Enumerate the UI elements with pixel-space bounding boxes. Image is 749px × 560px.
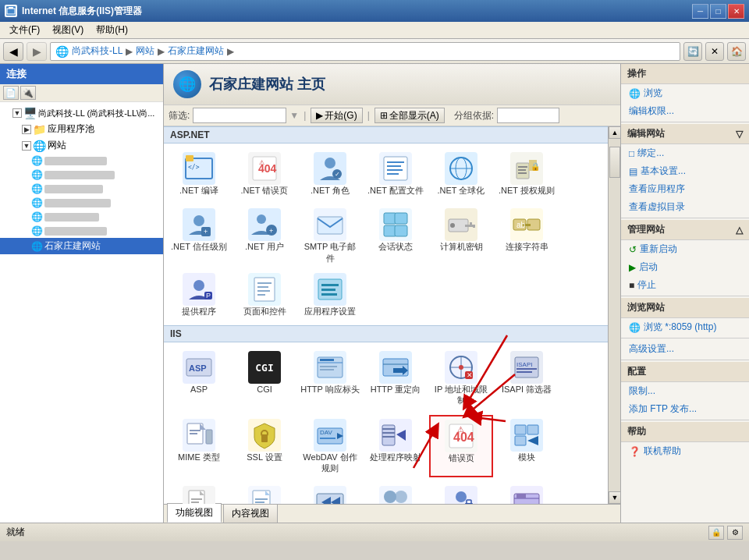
group-input[interactable] bbox=[497, 108, 559, 123]
rp-edit-perm[interactable]: 编辑权限... bbox=[621, 102, 749, 120]
icon-doc5[interactable]: 身份验证 bbox=[429, 482, 493, 504]
icon-http-response[interactable]: HTTP 响应标头 bbox=[298, 347, 362, 410]
show-all-btn[interactable]: ⊞ 全部显示(A) bbox=[374, 108, 445, 123]
bc-item-3[interactable]: 石家庄建网站 bbox=[168, 44, 224, 58]
rp-restart[interactable]: ↺ 重新启动 bbox=[621, 240, 749, 258]
refresh-icon[interactable]: 🔄 bbox=[683, 42, 702, 61]
icon-http-redirect[interactable]: HTTP 重定向 bbox=[364, 347, 428, 410]
icon-net-compile[interactable]: </> .NET 编译 bbox=[167, 148, 231, 200]
menu-view[interactable]: 视图(V) bbox=[46, 22, 90, 38]
icon-net-global[interactable]: .NET 全球化 bbox=[429, 148, 493, 200]
rp-stop[interactable]: ■ 停止 bbox=[621, 276, 749, 294]
filter-input[interactable] bbox=[193, 108, 286, 123]
rp-limit[interactable]: 限制... bbox=[621, 382, 749, 400]
tree-item-site5[interactable]: 🌐 bbox=[0, 210, 163, 224]
stop-icon[interactable]: ✕ bbox=[705, 42, 724, 61]
icon-machinekey[interactable]: 计算机密钥 bbox=[429, 204, 493, 268]
icon-doc1[interactable]: 默认文档 bbox=[167, 482, 231, 504]
icon-module[interactable]: 模块 bbox=[495, 415, 559, 478]
icon-net-errorpage[interactable]: 404⚠ .NET 错误页 bbox=[233, 148, 296, 200]
filter-label: 筛选: bbox=[169, 109, 190, 122]
tab-content-view[interactable]: 内容视图 bbox=[223, 504, 278, 523]
rp-browse-port[interactable]: 🌐 浏览 *:8059 (http) bbox=[621, 318, 749, 336]
content-area: 🌐 石家庄建网站 主页 筛选: ▼ | ▶ 开始(G) | ⊞ 全部显示(A) … bbox=[164, 64, 620, 523]
svg-rect-123 bbox=[515, 436, 526, 445]
rp-browse[interactable]: 🌐 浏览 bbox=[621, 84, 749, 102]
icon-net-trust[interactable]: + .NET 信任级别 bbox=[167, 204, 231, 268]
icon-net-config[interactable]: .NET 配置文件 bbox=[364, 148, 428, 200]
restore-button[interactable]: □ bbox=[710, 4, 726, 19]
icon-mime[interactable]: MIME 类型 bbox=[167, 415, 231, 478]
window-title: Internet 信息服务(IIS)管理器 bbox=[22, 5, 142, 18]
menu-file[interactable]: 文件(F) bbox=[3, 22, 46, 38]
tree-item-apppool[interactable]: ▶ 📁 应用程序池 bbox=[0, 121, 163, 137]
icon-ip-restrict[interactable]: ✕ IP 地址和域限制 bbox=[429, 347, 493, 410]
icon-cgi[interactable]: CGI CGI bbox=[233, 347, 296, 410]
menu-help[interactable]: 帮助(H) bbox=[90, 22, 134, 38]
tree-item-site4[interactable]: 🌐 bbox=[0, 196, 163, 210]
rp-section-browssite: 浏览网站 bbox=[621, 298, 749, 318]
tree-item-site3[interactable]: 🌐 bbox=[0, 182, 163, 196]
icon-doc6[interactable]: 授权规则 bbox=[495, 482, 559, 504]
svg-point-140 bbox=[384, 491, 396, 503]
icon-pages[interactable]: 页面和控件 bbox=[233, 269, 296, 321]
icon-doc3[interactable]: 请求筛选 bbox=[298, 482, 362, 504]
sidebar-new-btn[interactable]: 📄 bbox=[3, 86, 19, 100]
home-icon[interactable]: 🏠 bbox=[727, 42, 746, 61]
rp-view-vdir[interactable]: 查看虚拟目录 bbox=[621, 198, 749, 216]
forward-button[interactable]: ▶ bbox=[27, 42, 47, 61]
scroll-down-btn[interactable]: ▼ bbox=[609, 491, 620, 504]
icon-handler[interactable]: 处理程序映射 bbox=[364, 415, 428, 478]
tree-item-site6[interactable]: 🌐 bbox=[0, 224, 163, 238]
start-btn[interactable]: ▶ 开始(G) bbox=[311, 108, 362, 123]
icon-appset[interactable]: 应用程序设置 bbox=[298, 269, 362, 321]
tree-item-server[interactable]: ▼ 🖥️ 尚武科技-LL (尚武科技-LL\尚... bbox=[0, 105, 163, 121]
expand-server[interactable]: ▼ bbox=[12, 108, 22, 118]
minimize-button[interactable]: ─ bbox=[692, 4, 708, 19]
rp-collapse-icon[interactable]: ▽ bbox=[736, 129, 743, 140]
icon-asp[interactable]: ASP ASP bbox=[167, 347, 231, 410]
rp-divider2 bbox=[621, 218, 749, 218]
scroll-thumb[interactable] bbox=[609, 147, 620, 178]
tree-item-site1[interactable]: 🌐 bbox=[0, 154, 163, 168]
close-button[interactable]: ✕ bbox=[728, 4, 744, 19]
icon-smtp[interactable]: SMTP 电子邮件 bbox=[298, 204, 362, 268]
rp-view-apps[interactable]: 查看应用程序 bbox=[621, 180, 749, 198]
expand-apppool[interactable]: ▶ bbox=[22, 125, 31, 134]
icon-session[interactable]: 会话状态 bbox=[364, 204, 428, 268]
icon-webdav[interactable]: DAV WebDAV 创作规则 bbox=[298, 415, 362, 478]
icon-ssl[interactable]: SSL 设置 bbox=[233, 415, 296, 478]
tree-item-sites[interactable]: ▼ 🌐 网站 bbox=[0, 137, 163, 154]
expand-sites[interactable]: ▼ bbox=[22, 141, 31, 151]
rp-online-help[interactable]: ❓ 联机帮助 bbox=[621, 442, 749, 460]
svg-text:</>: </> bbox=[188, 164, 200, 171]
provider-label: 提供程序 bbox=[182, 306, 216, 317]
svg-point-36 bbox=[257, 214, 266, 224]
vertical-scrollbar[interactable]: ▲ ▼ bbox=[608, 126, 620, 504]
tree-item-site2[interactable]: 🌐 bbox=[0, 168, 163, 182]
icon-isapi[interactable]: ISAPI ISAPI 筛选器 bbox=[495, 347, 559, 410]
tab-feature-view[interactable]: 功能视图 bbox=[167, 503, 222, 523]
rp-start[interactable]: ▶ 启动 bbox=[621, 258, 749, 276]
net-user-label: .NET 用户 bbox=[245, 241, 284, 252]
rp-basic-settings[interactable]: ▤ 基本设置... bbox=[621, 162, 749, 180]
icon-provider[interactable]: P 提供程序 bbox=[167, 269, 231, 321]
rp-ftp[interactable]: 添加 FTP 发布... bbox=[621, 400, 749, 418]
tree-item-sjz[interactable]: 🌐 石家庄建网站 bbox=[0, 238, 163, 254]
bc-item-2[interactable]: 网站 bbox=[136, 44, 154, 58]
sidebar-connect-btn[interactable]: 🔌 bbox=[20, 86, 36, 100]
back-button[interactable]: ◀ bbox=[3, 42, 23, 61]
rp-bind[interactable]: □ 绑定... bbox=[621, 144, 749, 162]
icon-doc4[interactable]: 日志 bbox=[364, 482, 428, 504]
rp-manage-icon[interactable]: △ bbox=[736, 225, 743, 236]
aspnet-icons-grid2: + .NET 信任级别 + .NET 用户 bbox=[164, 204, 608, 325]
icon-net-user[interactable]: + .NET 用户 bbox=[233, 204, 296, 268]
rp-advanced[interactable]: 高级设置... bbox=[621, 340, 749, 358]
icon-connstr[interactable]: ab 连接字符串 bbox=[495, 204, 559, 268]
icon-net-access[interactable]: 🔒 .NET 授权规则 bbox=[495, 148, 559, 200]
icon-doc2[interactable]: 目录浏览 bbox=[233, 482, 296, 504]
icon-net-role[interactable]: ✓ .NET 角色 bbox=[298, 148, 362, 200]
icon-errpage[interactable]: 404⚠ 错误页 bbox=[429, 415, 493, 478]
bc-item-1[interactable]: 尚武科技-LL bbox=[72, 44, 122, 58]
scroll-up-btn[interactable]: ▲ bbox=[609, 126, 620, 139]
